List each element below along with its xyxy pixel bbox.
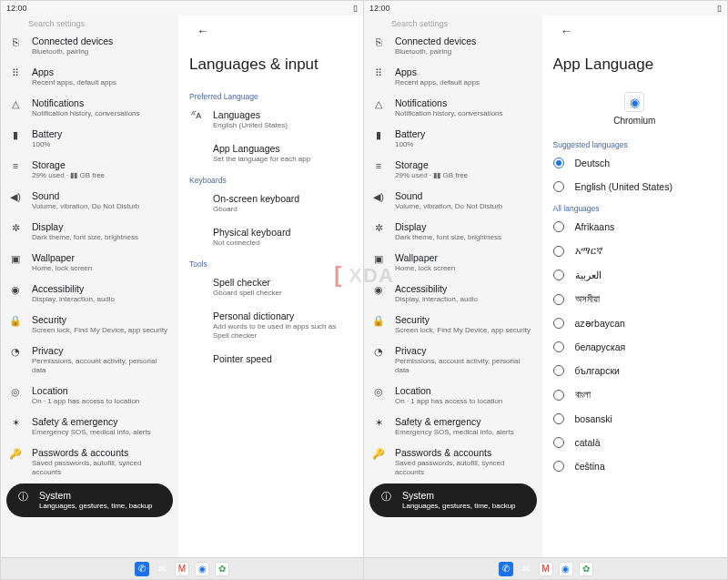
language-option[interactable]: bosanski: [551, 407, 718, 431]
sidebar-item-system[interactable]: ⓘSystemLanguages, gestures, time, backup: [369, 483, 537, 517]
detail-pane-languages-input: ← Languages & input Preferred Languageᴬ͘…: [178, 15, 363, 557]
sidebar-item-privacy[interactable]: ◔PrivacyPermissions, account activity, p…: [364, 340, 542, 380]
settings-row-personal-dictionary[interactable]: •Personal dictionaryAdd words to be used…: [187, 304, 354, 347]
language-option-english-united-states-[interactable]: English (United States): [551, 175, 718, 198]
search-settings-stub[interactable]: Search settings: [364, 15, 542, 30]
settings-row-languages[interactable]: ᴬ͘ᴀLanguagesEnglish (United States): [187, 103, 354, 137]
language-label: Deutsch: [575, 158, 611, 168]
sidebar-icon: ✶: [371, 416, 386, 429]
sidebar-item-storage[interactable]: ≡Storage29% used · ▮▮ GB free: [364, 154, 542, 185]
sidebar-item-sub: Notification history, conversations: [32, 109, 171, 118]
language-option[interactable]: azərbaycan: [551, 311, 718, 335]
language-option[interactable]: čeština: [551, 454, 718, 478]
search-settings-stub[interactable]: Search settings: [1, 15, 178, 30]
settings-row-app-languages[interactable]: •App LanguagesSet the language for each …: [187, 137, 354, 170]
sidebar-icon: ▣: [371, 252, 386, 265]
sidebar-icon: 🔑: [371, 447, 386, 460]
sidebar-item-title: Location: [395, 385, 535, 397]
language-option[interactable]: বাংলা: [551, 382, 718, 407]
taskbar-chrome-icon[interactable]: ◉: [195, 562, 209, 576]
language-option[interactable]: беларуская: [551, 335, 718, 359]
taskbar-phone-icon[interactable]: ✆: [135, 562, 149, 576]
radio-icon: [553, 246, 564, 257]
taskbar-gmail-icon[interactable]: M: [539, 562, 553, 576]
app-name: Chromium: [613, 116, 655, 126]
sidebar-item-accessibility[interactable]: ◉AccessibilityDisplay, interaction, audi…: [1, 278, 178, 309]
sidebar-item-notifications[interactable]: △NotificationsNotification history, conv…: [1, 92, 178, 123]
sidebar-item-location[interactable]: ◎LocationOn · 1 app has access to locati…: [364, 380, 542, 411]
sidebar-item-display[interactable]: ✲DisplayDark theme, font size, brightnes…: [1, 216, 178, 247]
sidebar-item-sound[interactable]: ◀)SoundVolume, vibration, Do Not Disturb: [364, 185, 542, 216]
status-time: 12:00: [369, 4, 390, 13]
taskbar-photos-icon[interactable]: ✿: [215, 562, 229, 576]
settings-sidebar[interactable]: Search settings⎘Connected devicesBluetoo…: [364, 15, 542, 557]
sidebar-item-title: Passwords & accounts: [32, 447, 171, 459]
sidebar-item-battery[interactable]: ▮Battery100%: [364, 123, 542, 154]
sidebar-icon: ◉: [8, 283, 23, 296]
language-label: български: [575, 365, 620, 376]
taskbar-gmail-icon[interactable]: M: [175, 562, 189, 576]
sidebar-item-title: Apps: [32, 66, 171, 78]
sidebar-item-system[interactable]: ⓘSystemLanguages, gestures, time, backup: [6, 483, 173, 517]
sidebar-icon: ⓘ: [379, 490, 393, 503]
sidebar-item-display[interactable]: ✲DisplayDark theme, font size, brightnes…: [364, 216, 542, 247]
sidebar-item-wallpaper[interactable]: ▣WallpaperHome, lock screen: [364, 247, 542, 278]
app-tile: ◉ Chromium: [551, 86, 718, 135]
taskbar[interactable]: ✆✉M◉✿: [1, 557, 363, 579]
taskbar-messages-icon[interactable]: ✉: [155, 562, 169, 576]
taskbar[interactable]: ✆✉M◉✿: [364, 557, 727, 579]
language-option[interactable]: català: [551, 431, 718, 454]
sidebar-item-apps[interactable]: ⠿AppsRecent apps, default apps: [1, 61, 178, 92]
taskbar-chrome-icon[interactable]: ◉: [559, 562, 573, 576]
sidebar-item-security[interactable]: 🔒SecurityScreen lock, Find My Device, ap…: [364, 309, 542, 340]
sidebar-item-title: Location: [32, 385, 171, 397]
sidebar-icon: ▮: [371, 128, 386, 141]
sidebar-item-sub: Languages, gestures, time, backup: [402, 502, 528, 511]
sidebar-icon: 🔑: [8, 447, 23, 460]
language-label: አማርኛ: [575, 245, 603, 257]
language-option[interactable]: አማርኛ: [551, 239, 718, 263]
settings-sidebar[interactable]: Search settings⎘Connected devicesBluetoo…: [1, 15, 178, 557]
sidebar-item-notifications[interactable]: △NotificationsNotification history, conv…: [364, 92, 542, 123]
sidebar-item-location[interactable]: ◎LocationOn · 1 app has access to locati…: [1, 380, 178, 411]
status-bar: 12:00 ▯: [364, 1, 727, 15]
sidebar-item-title: Storage: [32, 159, 171, 171]
sidebar-item-security[interactable]: 🔒SecurityScreen lock, Find My Device, ap…: [1, 309, 178, 340]
sidebar-icon: ≡: [371, 159, 386, 172]
sidebar-item-sub: 29% used · ▮▮ GB free: [32, 171, 171, 180]
taskbar-phone-icon[interactable]: ✆: [499, 562, 513, 576]
language-option[interactable]: العربية: [551, 263, 718, 287]
row-title: Spell checker: [213, 277, 352, 289]
sidebar-item-title: Apps: [395, 66, 535, 78]
sidebar-item-battery[interactable]: ▮Battery100%: [1, 123, 178, 154]
sidebar-item-safety-emergency[interactable]: ✶Safety & emergencyEmergency SOS, medica…: [1, 411, 178, 442]
sidebar-item-storage[interactable]: ≡Storage29% used · ▮▮ GB free: [1, 154, 178, 185]
settings-row-on-screen-keyboard[interactable]: •On-screen keyboardGboard: [187, 187, 354, 220]
settings-row-spell-checker[interactable]: •Spell checkerGboard spell checker: [187, 270, 354, 304]
sidebar-item-sub: Home, lock screen: [32, 264, 171, 273]
back-button[interactable]: ←: [557, 21, 577, 41]
sidebar-item-apps[interactable]: ⠿AppsRecent apps, default apps: [364, 61, 542, 92]
sidebar-item-connected-devices[interactable]: ⎘Connected devicesBluetooth, pairing: [364, 30, 542, 61]
sidebar-item-sound[interactable]: ◀)SoundVolume, vibration, Do Not Disturb: [1, 185, 178, 216]
language-option-deutsch[interactable]: Deutsch: [551, 151, 718, 175]
sidebar-item-privacy[interactable]: ◔PrivacyPermissions, account activity, p…: [1, 340, 178, 380]
sidebar-item-passwords-accounts[interactable]: 🔑Passwords & accountsSaved passwords, au…: [1, 442, 178, 482]
settings-row-pointer-speed[interactable]: •Pointer speed: [187, 347, 354, 371]
taskbar-photos-icon[interactable]: ✿: [579, 562, 593, 576]
sidebar-icon: ◔: [8, 345, 23, 358]
sidebar-item-connected-devices[interactable]: ⎘Connected devicesBluetooth, pairing: [1, 30, 178, 61]
sidebar-item-passwords-accounts[interactable]: 🔑Passwords & accountsSaved passwords, au…: [364, 442, 542, 482]
language-option[interactable]: български: [551, 359, 718, 382]
sidebar-item-accessibility[interactable]: ◉AccessibilityDisplay, interaction, audi…: [364, 278, 542, 309]
back-button[interactable]: ←: [193, 21, 213, 41]
radio-icon: [553, 461, 564, 472]
language-option[interactable]: অসমীয়া: [551, 287, 718, 311]
taskbar-messages-icon[interactable]: ✉: [519, 562, 533, 576]
settings-row-physical-keyboard[interactable]: •Physical keyboardNot connected: [187, 220, 354, 254]
sidebar-item-title: Battery: [32, 128, 171, 140]
radio-icon: [553, 341, 564, 352]
sidebar-item-wallpaper[interactable]: ▣WallpaperHome, lock screen: [1, 247, 178, 278]
sidebar-item-safety-emergency[interactable]: ✶Safety & emergencyEmergency SOS, medica…: [364, 411, 542, 442]
language-option[interactable]: Afrikaans: [551, 215, 718, 239]
